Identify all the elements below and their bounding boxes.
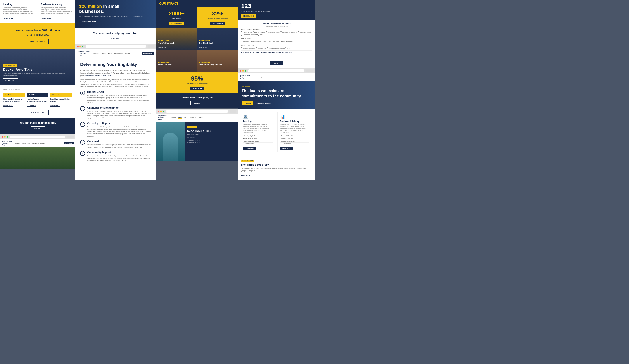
marta-read[interactable]: READ STORY <box>158 46 166 48</box>
donate-link[interactable]: DONATE > <box>111 38 120 40</box>
women-label: women-owned businesses <box>200 18 235 20</box>
advisory-learn-more[interactable]: LEARN MORE <box>41 18 51 19</box>
t-services[interactable]: Services <box>171 117 176 119</box>
elig-get-involved[interactable]: Get Involved <box>114 53 123 54</box>
s-services[interactable]: Services <box>253 76 258 78</box>
event-3-learn-more[interactable]: LEARN MORE <box>50 105 60 107</box>
thrift-read[interactable]: READ STORY <box>199 46 207 48</box>
criteria-4: 4 Collateral Collateral is the cash and … <box>80 140 151 148</box>
elig-apply-btn[interactable]: APPLY NOW <box>142 52 154 55</box>
hero-amount: $20 million in smallbusinesses. <box>79 4 152 14</box>
checkbox-misc-other[interactable]: Other <box>284 47 290 49</box>
minority-label: minority-owned businesses <box>159 83 235 85</box>
event-1-learn-more[interactable]: LEARN MORE <box>3 105 13 107</box>
decker-story-card: SUCCESS STORY Decker Auto Tags Lorem ips… <box>0 49 75 85</box>
checkbox-dev-costs[interactable]: Pre-Development Costs <box>250 41 266 42</box>
lending-learn-more[interactable]: LEARN MORE <box>3 18 13 19</box>
checkbox-new-construction[interactable]: New Construction <box>267 41 279 42</box>
mini-nav-impact[interactable]: Impact <box>22 143 25 144</box>
elig-impact[interactable]: Impact <box>102 53 106 54</box>
criteria-1-number: 1 <box>80 91 85 95</box>
form-subtitle: Check all that apply and list amounts <box>241 26 312 27</box>
lending-service-btn[interactable]: LEARN MORE <box>243 147 256 150</box>
checkbox-biz-other[interactable]: Other <box>258 34 263 36</box>
col1-donate-btn[interactable]: DONATE <box>30 126 45 131</box>
lending-card: Lending Lorem ipsum dolor sit amet, cons… <box>0 0 38 23</box>
s-impact[interactable]: Impact <box>260 76 264 78</box>
biz-ops-checkboxes: Operating Costs Pay off Payables Pay off… <box>241 31 312 36</box>
mini-nav-services[interactable]: Services <box>15 143 20 144</box>
mini-nav-about[interactable]: About <box>27 143 30 144</box>
grandma-badge: SUCCESS STORY <box>199 62 210 63</box>
t-contact[interactable]: Contact <box>198 117 203 119</box>
team-logo: Neighborhood Progress Fund <box>158 115 168 120</box>
women-learn-more[interactable]: LEARN MORE <box>210 22 225 25</box>
small-biz-label: small businesses started or sustained <box>241 10 312 12</box>
t-ctrl <box>230 110 236 113</box>
hero-view-impact-btn[interactable]: VIEW OUR IMPACT <box>79 20 99 24</box>
women-number: 32% <box>200 10 235 17</box>
criteria-5: 5 Community Impact Most importantly, we … <box>80 151 151 162</box>
checkbox-franchise[interactable]: Franchise Fee <box>256 47 266 49</box>
equity-input[interactable] <box>241 55 312 59</box>
submit-btn[interactable]: SUBMIT <box>270 61 283 65</box>
decker-desc: Lorem ipsum dolor sit amet, consectetur … <box>3 73 72 76</box>
mini-nav-contact[interactable]: Contact <box>40 143 45 144</box>
mini-nav-links: Services Impact About Get Involved Conta… <box>15 143 45 144</box>
checkbox-improvements[interactable]: Leasehold Improvements <box>280 31 297 33</box>
checkbox-payroll[interactable]: Pay off Payables <box>253 31 265 33</box>
cafe-read[interactable]: READ STORY <box>158 68 166 70</box>
checkbox-biz-acquisition[interactable]: Business Acquisition <box>241 47 255 49</box>
elig-services[interactable]: Services <box>93 53 99 54</box>
col3-donate-btn[interactable]: DONATE <box>190 101 204 105</box>
team-tag: OUR TEAM <box>187 126 197 128</box>
t-about[interactable]: About <box>184 117 187 119</box>
advisory-service-btn[interactable]: LEARN MORE <box>280 147 293 150</box>
s-get-involved[interactable]: Get Involved <box>271 76 278 78</box>
checkbox-other-loans[interactable]: Pay off Other Loans <box>266 31 279 33</box>
investment-banner: We've invested over $20 million insmall … <box>0 23 75 49</box>
thrift-read-story[interactable]: READ STORY <box>241 175 251 177</box>
view-all-events-btn[interactable]: VIEW ALL EVENTS <box>27 110 49 115</box>
s-contact[interactable]: Contact <box>280 76 285 78</box>
t-impact[interactable]: Impact <box>178 117 182 119</box>
services-inner-nav: Neighborhood Progress Fund Services Impa… <box>238 73 314 81</box>
elig-about[interactable]: About <box>108 53 112 54</box>
t-close <box>158 111 159 112</box>
advisory-item-2: • Business Coaching <box>280 137 310 140</box>
advisory-hero-btn[interactable]: BUSINESS ADVISORY <box>254 101 275 105</box>
services-logo: Neighborhood Progress Fund <box>240 74 250 80</box>
elig-contact[interactable]: Contact <box>125 53 130 54</box>
thrift-bottom-title: The Thrift Spot Story <box>241 163 312 166</box>
s-about[interactable]: About <box>266 76 269 78</box>
team-photo <box>156 122 184 161</box>
cafe-title: American Cafe <box>158 64 195 66</box>
jobs-learn-more[interactable]: LEARN MORE <box>169 22 184 25</box>
checkbox-machinery[interactable]: Machinery & Equipment <box>241 34 257 36</box>
biz-ops-label: BUSINESS OPERATIONS <box>241 29 312 31</box>
event-2-date: June 04 <box>27 93 48 97</box>
small-biz-learn-more[interactable]: LEARN MORE <box>241 14 256 18</box>
jobs-stat: 2000+ jobs created LEARN MORE <box>156 7 197 28</box>
decker-read-story-btn[interactable]: READ STORY <box>3 78 18 82</box>
t-get-involved[interactable]: Get Involved <box>189 117 196 119</box>
mini-apply-btn[interactable]: APPLY NOW <box>64 142 74 144</box>
view-impact-button[interactable]: VIEW OUR IMPACT <box>27 39 48 44</box>
jobs-number: 2000+ <box>159 10 194 17</box>
checkbox-operating[interactable]: Operating Costs <box>241 31 252 33</box>
eligibility-highlight: That's what the 5Cs C is all about. <box>85 75 112 77</box>
advisory-title: Business Advisory <box>41 3 72 6</box>
checkbox-acquisition[interactable]: Acquisition <box>241 41 249 42</box>
form-divider-3 <box>241 50 312 51</box>
checkbox-furniture[interactable]: Furniture & Fixtures <box>298 31 312 33</box>
checkbox-rehab[interactable]: Rehab/Renovation <box>280 41 293 42</box>
checkbox-research[interactable]: Research & Development <box>267 47 284 49</box>
helping-hand-section: You can lend a helping hand, too. DONATE… <box>75 28 156 44</box>
event-2-learn-more[interactable]: LEARN MORE <box>27 105 36 107</box>
mini-nav-get-involved[interactable]: Get Involved <box>32 143 39 144</box>
form-divider-1 <box>241 37 312 37</box>
minority-stat: 95% minority-owned businesses LEARN MORE <box>156 72 238 93</box>
lending-hero-btn[interactable]: LENDING <box>242 101 253 105</box>
grandma-read[interactable]: READ STORY <box>199 68 207 70</box>
minority-learn-more[interactable]: LEARN MORE <box>190 87 204 90</box>
